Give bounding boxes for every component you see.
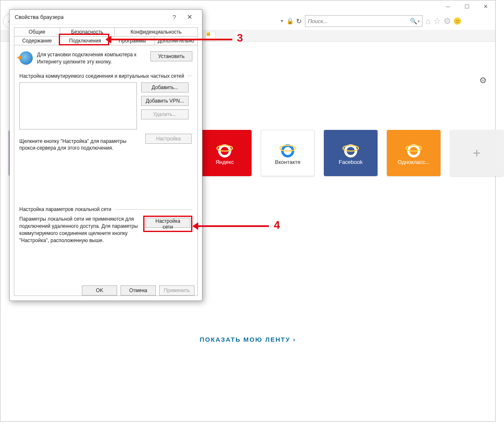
dialup-section-label: Настройка коммутируемого соединения и ви… — [19, 73, 184, 79]
window-controls: ─ ☐ ✕ — [438, 0, 495, 12]
install-button[interactable]: Установить — [150, 51, 192, 61]
maximize-button[interactable]: ☐ — [457, 0, 476, 12]
proxy-hint-text: Щелкните кнопку "Настройка" для параметр… — [19, 138, 141, 152]
dialog-title: Свойства браузера — [15, 14, 167, 20]
annotation-arrow-3 — [110, 39, 232, 40]
lan-text: Параметры локальной сети не применяются … — [19, 216, 139, 244]
dialup-settings-button: Настройка — [145, 134, 192, 144]
tab-programs[interactable]: Программы — [110, 36, 155, 45]
chevron-right-icon: › — [293, 336, 296, 343]
tab-advanced[interactable]: Дополнительно — [155, 36, 198, 45]
tab-content[interactable]: Содержание — [14, 36, 60, 45]
tab-privacy[interactable]: Конфиденциальность — [115, 27, 198, 36]
tile-vkontakte[interactable]: Вконтакте — [261, 130, 315, 176]
ok-button[interactable]: OK — [82, 285, 117, 295]
tile-label: Вконтакте — [275, 159, 301, 165]
dialog-help-button[interactable]: ? — [167, 13, 182, 21]
settings-gear-icon[interactable]: ⚙ — [444, 16, 451, 26]
ie-logo-icon — [405, 141, 423, 159]
refresh-icon[interactable]: ↻ — [296, 17, 302, 25]
favorites-icon[interactable]: ☆ — [433, 16, 441, 26]
lan-settings-button[interactable]: Настройка сети — [145, 218, 190, 228]
lock-icon: 🔒 — [286, 18, 294, 24]
add-vpn-button[interactable]: Добавить VPN... — [141, 96, 189, 106]
remove-button: Удалить... — [141, 109, 189, 119]
tile-add[interactable]: + — [450, 130, 504, 176]
address-dropdown-icon[interactable]: ▼ — [280, 19, 284, 23]
ie-logo-icon — [279, 141, 297, 159]
tile-odnoklassniki[interactable]: Однокласс... — [387, 130, 441, 176]
add-button[interactable]: Добавить... — [141, 82, 189, 92]
section-divider — [115, 209, 192, 210]
tab-security[interactable]: Безопасность — [60, 27, 115, 36]
cancel-button[interactable]: Отмена — [121, 285, 156, 295]
search-box[interactable]: 🔍 ▾ — [305, 15, 423, 27]
annotation-number-3: 3 — [235, 32, 244, 45]
dialup-list[interactable] — [19, 82, 137, 129]
section-divider — [187, 76, 192, 76]
tile-label: Яндекс — [215, 159, 234, 165]
tile-yandex[interactable]: Яндекс — [198, 130, 252, 176]
search-icon[interactable]: 🔍 — [410, 18, 417, 24]
search-dropdown-icon[interactable]: ▾ — [418, 19, 420, 23]
show-feed-link[interactable]: ПОКАЗАТЬ МОЮ ЛЕНТУ › — [0, 336, 495, 343]
internet-options-dialog: Свойства браузера ? ✕ Общие Безопасность… — [9, 9, 202, 301]
toolbar-icons: ⌂ ☆ ⚙ 🙂 — [426, 16, 461, 26]
tile-facebook[interactable]: Facebook — [324, 130, 378, 176]
dialog-close-button[interactable]: ✕ — [182, 13, 197, 21]
tab-general[interactable]: Общие — [14, 27, 60, 36]
globe-icon — [19, 51, 33, 65]
annotation-number-4: 4 — [272, 219, 281, 232]
close-window-button[interactable]: ✕ — [476, 0, 495, 12]
home-icon[interactable]: ⌂ — [426, 16, 431, 26]
apply-button: Применить — [159, 285, 194, 295]
page-settings-icon[interactable]: ⚙ — [479, 75, 487, 85]
tab-connections[interactable]: Подключения — [60, 36, 110, 45]
ie-logo-icon — [216, 141, 234, 159]
setup-text: Для установки подключения компьютера к И… — [37, 51, 146, 66]
tab-panel-connections: Для установки подключения компьютера к И… — [14, 45, 198, 296]
dialog-titlebar: Свойства браузера ? ✕ — [10, 10, 202, 25]
feedback-smiley-icon[interactable]: 🙂 — [454, 17, 461, 25]
tile-label: Однокласс... — [398, 159, 430, 165]
tile-label: Facebook — [339, 159, 362, 165]
lan-section-label: Настройка параметров локальной сети — [19, 206, 111, 212]
feed-link-text: ПОКАЗАТЬ МОЮ ЛЕНТУ — [200, 336, 291, 343]
search-input[interactable] — [308, 18, 410, 24]
annotation-highlight-4: Настройка сети — [143, 216, 192, 232]
ie-logo-icon — [342, 141, 360, 159]
dialog-actions: OK Отмена Применить — [82, 285, 194, 295]
minimize-button[interactable]: ─ — [438, 0, 457, 12]
annotation-arrow-4 — [197, 225, 269, 227]
